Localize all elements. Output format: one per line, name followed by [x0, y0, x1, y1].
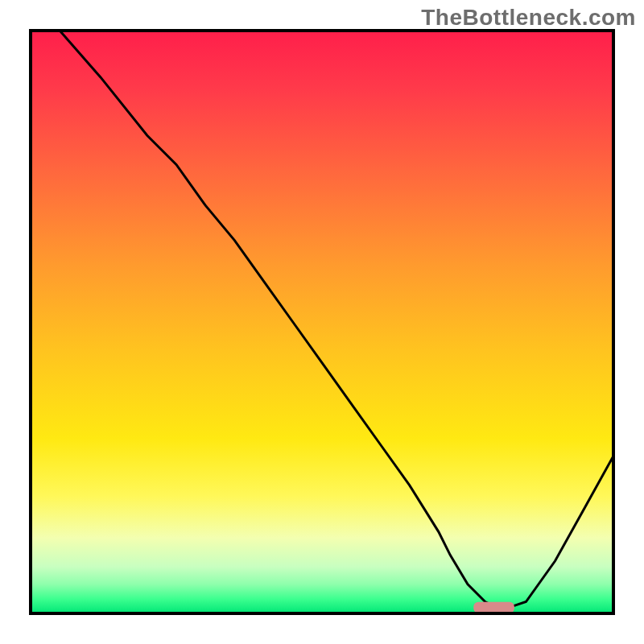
plot-background — [31, 31, 613, 613]
chart-frame: TheBottleneck.com — [0, 0, 644, 644]
bottleneck-chart — [0, 0, 644, 644]
target-range-marker — [473, 602, 514, 613]
watermark-text: TheBottleneck.com — [421, 5, 636, 31]
